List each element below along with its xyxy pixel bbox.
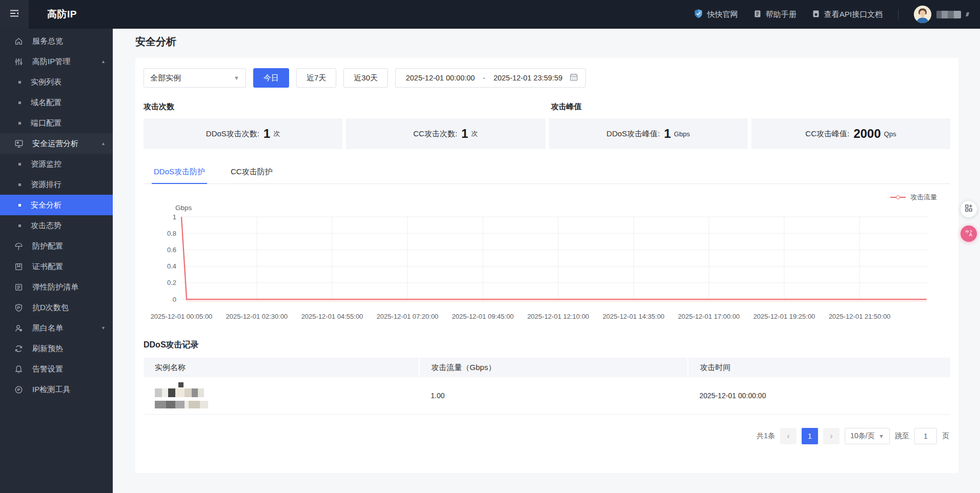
bullet-icon xyxy=(18,183,21,186)
sidebar-item-security-analysis[interactable]: 安全分析 xyxy=(0,195,113,215)
legend-attack-traffic[interactable]: 攻击流量 xyxy=(890,193,937,202)
date-end: 2025-12-01 23:59:59 xyxy=(491,74,565,82)
svg-text:2025-12-01 17:00:00: 2025-12-01 17:00:00 xyxy=(678,313,740,320)
svg-text:2025-12-01 00:05:00: 2025-12-01 00:05:00 xyxy=(151,313,213,320)
next-page-button[interactable]: › xyxy=(823,428,840,444)
sidebar-item-label: 资源排行 xyxy=(31,180,62,190)
user-menu-caret-icon xyxy=(966,12,970,16)
sidebar-item-anti-d-package[interactable]: 抗D次数包 xyxy=(0,297,113,318)
svg-text:2025-12-01 14:35:00: 2025-12-01 14:35:00 xyxy=(603,313,665,320)
chart-canvas: 00.20.40.60.812025-12-01 00:05:002025-12… xyxy=(144,203,943,322)
translate-button[interactable]: 中 A xyxy=(961,225,977,242)
sidebar-item-ip-manage[interactable]: 高防IP管理▴ xyxy=(0,51,113,72)
sidebar-item-elastic-protect-list[interactable]: 弹性防护清单 xyxy=(0,277,113,297)
stat-value: 1 xyxy=(263,127,270,141)
user-menu[interactable] xyxy=(914,6,969,23)
sidebar-item-label: 告警设置 xyxy=(32,364,63,374)
protection-tabs: DDoS攻击防护CC攻击防护 xyxy=(144,162,950,184)
jump-page-input[interactable] xyxy=(914,428,937,444)
sidebar-item-refresh-preheat[interactable]: 刷新预热 xyxy=(0,338,113,359)
sidebar-item-resource-monitor[interactable]: 资源监控 xyxy=(0,154,113,174)
apps-widget-button[interactable] xyxy=(961,201,977,217)
stat-label: CC攻击次数: xyxy=(413,129,457,139)
instance-select[interactable]: 全部实例 ▼ xyxy=(144,68,246,88)
bullet-icon xyxy=(18,81,21,84)
sidebar-item-alert-settings[interactable]: 告警设置 xyxy=(0,359,113,379)
stat-label: CC攻击峰值: xyxy=(805,129,849,139)
range-button-近7天[interactable]: 近7天 xyxy=(296,68,336,88)
column-header: 攻击流量（Gbps） xyxy=(419,358,688,377)
avatar[interactable] xyxy=(914,6,931,23)
stat-card: DDoS攻击峰值:1Gbps xyxy=(549,118,748,149)
user-icon xyxy=(14,324,24,333)
kk-shield-icon xyxy=(693,9,703,20)
stat-value: 1 xyxy=(461,127,468,141)
page-size-select[interactable]: 10条/页 ▼ xyxy=(845,428,890,444)
ddos-records-table: 实例名称攻击流量（Gbps）攻击时间 1.002025-12-01 00:00:… xyxy=(144,358,950,415)
sidebar-item-domain-config[interactable]: 域名配置 xyxy=(0,92,113,113)
svg-text:0.4: 0.4 xyxy=(167,262,176,270)
tab-CC攻击防护[interactable]: CC攻击防护 xyxy=(229,162,275,184)
table-row: 1.002025-12-01 00:00:00 xyxy=(144,377,950,414)
app-logo: 高防IP xyxy=(47,8,77,21)
topbar-link-查看API接口文档[interactable]: 查看API接口文档 xyxy=(812,10,883,19)
svg-text:2025-12-01 07:20:00: 2025-12-01 07:20:00 xyxy=(377,313,439,320)
sidebar-item-attack-trend[interactable]: 攻击态势 xyxy=(0,215,113,236)
range-button-今日[interactable]: 今日 xyxy=(253,68,289,88)
content-card: 全部实例 ▼ 今日近7天近30天 2025-12-01 00:00:00 - 2… xyxy=(135,58,958,473)
sidebar-item-label: 服务总览 xyxy=(32,36,63,46)
sidebar-item-resource-rank[interactable]: 资源排行 xyxy=(0,174,113,195)
sidebar-item-black-white-list[interactable]: 黑白名单▾ xyxy=(0,318,113,338)
sidebar-item-label: 端口配置 xyxy=(31,118,62,128)
stat-card: CC攻击峰值:2000Qps xyxy=(751,118,950,149)
svg-text:1: 1 xyxy=(173,213,176,221)
apps-icon xyxy=(965,204,973,214)
sidebar-item-label: 安全分析 xyxy=(31,200,62,210)
svg-text:0: 0 xyxy=(173,296,176,303)
chevron-up-icon: ▴ xyxy=(102,59,105,64)
translate-icon: 中 A xyxy=(965,229,973,239)
bullet-icon xyxy=(18,204,21,207)
list-icon xyxy=(14,283,24,292)
sidebar-item-cert-config[interactable]: 证书配置 xyxy=(0,256,113,277)
sidebar-menu: 服务总览高防IP管理▴实例列表域名配置端口配置安全运营分析▴资源监控资源排行安全… xyxy=(0,31,113,400)
sidebar: 服务总览高防IP管理▴实例列表域名配置端口配置安全运营分析▴资源监控资源排行安全… xyxy=(0,29,113,493)
sidebar-item-protect-config[interactable]: 防护配置 xyxy=(0,236,113,256)
topbar-link-帮助手册[interactable]: 帮助手册 xyxy=(753,10,797,19)
svg-text:2025-12-01 09:45:00: 2025-12-01 09:45:00 xyxy=(452,313,514,320)
page-number-1[interactable]: 1 xyxy=(802,428,818,444)
prev-page-button[interactable]: ‹ xyxy=(780,428,797,444)
sidebar-item-label: 高防IP管理 xyxy=(32,57,70,67)
sidebar-item-label: IP检测工具 xyxy=(32,385,70,395)
chevron-up-icon: ▴ xyxy=(102,141,105,146)
range-button-近30天[interactable]: 近30天 xyxy=(343,68,388,88)
certificate-icon xyxy=(14,262,24,271)
topbar-link-快快官网[interactable]: 快快官网 xyxy=(693,9,738,20)
bullet-icon xyxy=(18,122,21,125)
quick-range-buttons: 今日近7天近30天 xyxy=(253,68,388,88)
date-range-picker[interactable]: 2025-12-01 00:00:00 - 2025-12-01 23:59:5… xyxy=(395,68,586,88)
stat-unit: Gbps xyxy=(674,130,690,138)
attack-time-cell: 2025-12-01 00:00:00 xyxy=(688,377,950,414)
home-icon xyxy=(14,37,24,46)
sidebar-collapse-button[interactable] xyxy=(0,0,29,29)
mosaic-block xyxy=(155,388,204,397)
topbar-links: 快快官网帮助手册查看API接口文档 xyxy=(693,9,883,20)
attack-traffic-chart: 00.20.40.60.812025-12-01 00:05:002025-12… xyxy=(144,203,950,324)
svg-text:2025-12-01 12:10:00: 2025-12-01 12:10:00 xyxy=(527,313,589,320)
pagination: 共1条 ‹ 1 › 10条/页 ▼ 跳至 页 xyxy=(144,428,950,444)
stat-unit: Qps xyxy=(884,130,896,138)
topbar-link-label: 快快官网 xyxy=(707,10,738,19)
ip-tool-icon: IP xyxy=(14,385,24,394)
svg-text:IP: IP xyxy=(17,387,21,391)
sidebar-item-overview[interactable]: 服务总览 xyxy=(0,31,113,51)
sidebar-item-security-ops-analysis[interactable]: 安全运营分析▴ xyxy=(0,133,113,154)
sidebar-item-instance-list[interactable]: 实例列表 xyxy=(0,72,113,92)
tab-DDoS攻击防护[interactable]: DDoS攻击防护 xyxy=(152,162,207,184)
sidebar-item-ip-detect-tool[interactable]: IPIP检测工具 xyxy=(0,379,113,400)
instance-name-cell xyxy=(144,377,419,414)
sidebar-item-port-config[interactable]: 端口配置 xyxy=(0,113,113,133)
sidebar-item-label: 弹性防护清单 xyxy=(32,282,78,292)
svg-text:A: A xyxy=(969,232,972,237)
instance-select-value: 全部实例 xyxy=(150,73,181,83)
